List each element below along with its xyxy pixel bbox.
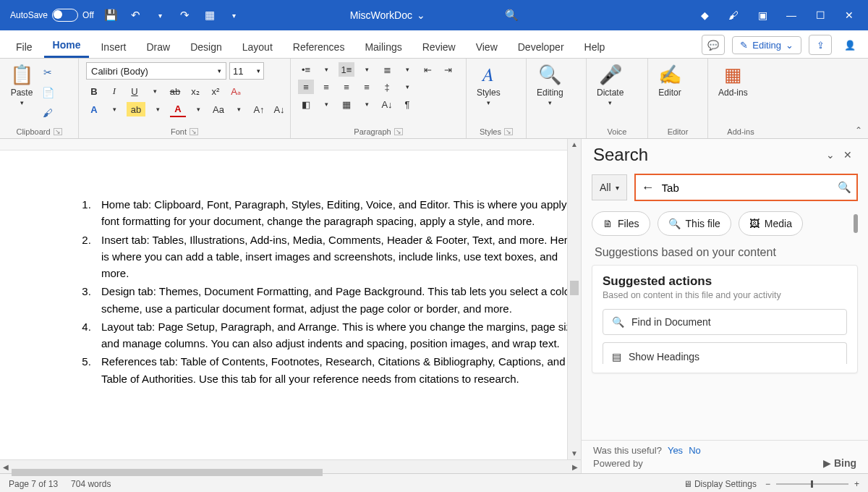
- styles-button[interactable]: 𝐴Styles▾: [471, 61, 506, 109]
- clear-format-button[interactable]: Aₐ: [228, 84, 244, 98]
- brush-icon[interactable]: 🖌: [728, 9, 739, 21]
- document-page[interactable]: Home tab: Clipboard, Font, Paragraph, St…: [0, 150, 581, 492]
- scroll-thumb[interactable]: [570, 281, 579, 295]
- document-pane[interactable]: Home tab: Clipboard, Font, Paragraph, St…: [0, 139, 581, 459]
- line-spacing-button[interactable]: ‡: [379, 80, 395, 94]
- diamond-icon[interactable]: ◆: [699, 9, 710, 21]
- tab-help[interactable]: Help: [576, 35, 614, 58]
- chip-thisfile[interactable]: 🔍This file: [658, 211, 731, 236]
- pane-close-icon[interactable]: ✕: [839, 146, 856, 164]
- show-marks-button[interactable]: ¶: [399, 97, 415, 111]
- useful-no-link[interactable]: No: [689, 445, 701, 456]
- align-right-button[interactable]: ≡: [339, 80, 354, 94]
- tab-developer[interactable]: Developer: [509, 35, 573, 58]
- justify-button[interactable]: ≡: [359, 80, 375, 94]
- multilevel-button[interactable]: ≣: [379, 62, 395, 77]
- chip-files[interactable]: 🗎Files: [592, 211, 650, 236]
- redo-icon[interactable]: ↷: [178, 8, 192, 22]
- search-input[interactable]: [660, 181, 832, 195]
- document-title[interactable]: MiscWorkDoc ⌄: [350, 9, 425, 21]
- minimize-button[interactable]: —: [786, 9, 797, 21]
- font-size-select[interactable]: 11▾: [229, 62, 264, 80]
- format-painter-icon[interactable]: 🖌: [39, 104, 56, 122]
- tab-layout[interactable]: Layout: [234, 35, 281, 58]
- change-case-button[interactable]: Aa: [210, 102, 226, 116]
- action-find-in-document[interactable]: 🔍Find in Document: [603, 309, 847, 335]
- collapse-ribbon-icon[interactable]: ⌃: [855, 125, 862, 135]
- undo-icon[interactable]: ↶: [129, 8, 143, 22]
- search-scope-select[interactable]: All▾: [592, 174, 627, 200]
- clipboard-launcher[interactable]: ↘: [54, 128, 62, 135]
- paste-button[interactable]: 📋 Paste ▾: [4, 61, 39, 109]
- autosave-toggle[interactable]: AutoSave Off: [10, 9, 94, 22]
- grow-font-button[interactable]: A↑: [251, 102, 267, 116]
- zoom-out-icon[interactable]: −: [765, 479, 770, 489]
- list-item[interactable]: Layout tab: Page Setup, Paragraph, and A…: [94, 318, 581, 352]
- inc-indent-button[interactable]: ⇥: [440, 62, 456, 77]
- tab-file[interactable]: File: [7, 35, 41, 58]
- superscript-button[interactable]: x²: [208, 84, 224, 98]
- list-item[interactable]: Design tab: Themes, Document Formatting,…: [94, 283, 581, 317]
- display-settings[interactable]: 🖥 Display Settings: [684, 479, 757, 489]
- styles-launcher[interactable]: ↘: [504, 128, 513, 135]
- search-submit-icon[interactable]: 🔍: [832, 181, 856, 194]
- tab-draw[interactable]: Draw: [137, 35, 179, 58]
- tab-insert[interactable]: Insert: [92, 35, 135, 58]
- bold-button[interactable]: B: [86, 84, 102, 98]
- action-show-headings[interactable]: ▤Show Headings: [603, 342, 847, 364]
- tab-design[interactable]: Design: [182, 35, 231, 58]
- underline-dropdown[interactable]: ▾: [147, 84, 163, 98]
- comments-button[interactable]: 💬: [702, 35, 725, 55]
- highlight-button[interactable]: ab: [127, 102, 145, 116]
- useful-yes-link[interactable]: Yes: [668, 445, 683, 456]
- tab-mailings[interactable]: Mailings: [356, 35, 410, 58]
- find-button[interactable]: 🔍Editing▾: [531, 61, 569, 109]
- close-button[interactable]: ✕: [843, 9, 855, 21]
- sort-button[interactable]: A↓: [379, 97, 395, 111]
- zoom-in-icon[interactable]: +: [854, 479, 859, 489]
- strike-button[interactable]: ab: [167, 84, 183, 98]
- text-effects-button[interactable]: A: [86, 102, 102, 116]
- undo-dropdown-icon[interactable]: ▾: [153, 8, 168, 22]
- vertical-scrollbar[interactable]: ▲ ▼: [567, 139, 581, 459]
- pane-collapse-icon[interactable]: ⌄: [822, 146, 839, 164]
- tab-review[interactable]: Review: [414, 35, 464, 58]
- qa-dropdown-icon[interactable]: ▾: [227, 8, 242, 22]
- tab-view[interactable]: View: [467, 35, 506, 58]
- shrink-font-button[interactable]: A↓: [271, 102, 287, 116]
- scroll-down-icon[interactable]: ▼: [568, 448, 581, 459]
- shading-button[interactable]: ◧: [298, 97, 314, 111]
- italic-button[interactable]: I: [106, 84, 122, 98]
- search-icon[interactable]: 🔍: [505, 8, 519, 22]
- paragraph-launcher[interactable]: ↘: [394, 128, 403, 135]
- window-icon[interactable]: ▣: [757, 9, 768, 21]
- chips-overflow-icon[interactable]: [854, 214, 858, 233]
- tab-references[interactable]: References: [284, 35, 354, 58]
- align-center-button[interactable]: ≡: [318, 80, 334, 94]
- zoom-slider[interactable]: [776, 483, 848, 485]
- font-color-button[interactable]: A: [170, 101, 186, 117]
- ruler[interactable]: [0, 139, 581, 150]
- numbering-button[interactable]: 1≡: [339, 62, 354, 77]
- align-left-button[interactable]: ≡: [298, 80, 314, 94]
- underline-button[interactable]: U: [127, 84, 142, 98]
- tab-home[interactable]: Home: [44, 33, 90, 58]
- font-name-select[interactable]: Calibri (Body)▾: [86, 62, 226, 80]
- cut-icon[interactable]: ✂: [39, 64, 56, 81]
- scroll-up-icon[interactable]: ▲: [568, 139, 581, 150]
- list-item[interactable]: References tab: Table of Contents, Footn…: [94, 353, 581, 387]
- dec-indent-button[interactable]: ⇤: [420, 62, 435, 77]
- account-icon[interactable]: 👤: [839, 35, 861, 54]
- copy-icon[interactable]: 📄: [39, 84, 56, 101]
- dictate-button[interactable]: 🎤Dictate▾: [591, 61, 629, 109]
- font-launcher[interactable]: ↘: [190, 128, 198, 135]
- qa-table-icon[interactable]: ▦: [203, 8, 217, 22]
- editor-button[interactable]: ✍Editor: [652, 61, 687, 101]
- chip-media[interactable]: 🖼Media: [739, 211, 803, 236]
- bullets-button[interactable]: •≡: [298, 62, 314, 77]
- editing-mode-button[interactable]: ✎ Editing ⌄: [732, 36, 801, 54]
- zoom-control[interactable]: − +: [765, 479, 859, 489]
- addins-button[interactable]: ▦Add-ins: [712, 61, 754, 101]
- subscript-button[interactable]: x₂: [187, 84, 203, 98]
- list-item[interactable]: Insert tab: Tables, Illustrations, Add-i…: [94, 232, 581, 282]
